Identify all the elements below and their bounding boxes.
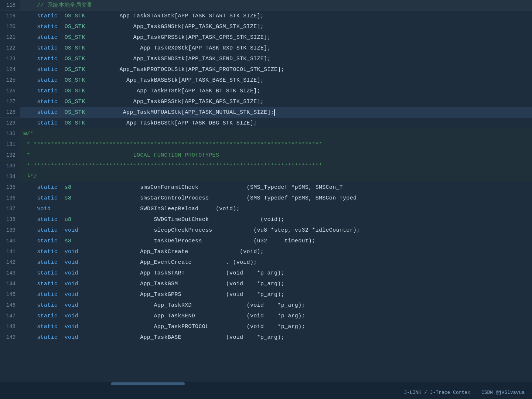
code-line-147: 147 static void App_TaskSEND (void *p_ar… [0, 311, 532, 321]
line-num-138: 138 [0, 214, 20, 225]
line-num-126: 126 [0, 86, 20, 96]
code-line-141: 141 static void App_TaskCreate (void); [0, 246, 532, 257]
code-line-149: 149 static void App_TaskBASE (void *p_ar… [0, 332, 532, 343]
code-line-131: 131 * **********************************… [0, 139, 532, 150]
line-num-149: 149 [0, 332, 20, 342]
line-num-131: 131 [0, 139, 20, 150]
line-num-127: 127 [0, 96, 20, 107]
code-line-146: 146 static void App_TaskRXD (void *p_arg… [0, 300, 532, 311]
line-content-147: static void App_TaskSEND (void *p_arg); [23, 311, 532, 321]
code-line-121: 121 static OS_STK App_TaskGPRSStk[APP_TA… [0, 32, 532, 43]
line-content-136: static s8 smsCarControlProcess (SMS_Type… [23, 193, 532, 204]
code-line-120: 120 static OS_STK App_TaskGSMStk[APP_TAS… [0, 21, 532, 32]
code-line-119: 119 static OS_STK App_TaskSTARTStk[APP_T… [0, 11, 532, 21]
line-content-139: static void sleepCheckProcess (vu8 *step… [23, 225, 532, 236]
line-content-122: static OS_STK App_TaskRXDStk[APP_TASK_RX… [23, 43, 532, 54]
line-content-144: static void App_TaskGSM (void *p_arg); [23, 279, 532, 289]
line-content-124: static OS_STK App_TaskPROTOCOLStk[APP_TA… [23, 65, 532, 75]
line-num-140: 140 [0, 236, 20, 246]
code-line-125: 125 static OS_STK App_TaskBASEStk[APP_TA… [0, 75, 532, 86]
line-content-118: // 系统本地全局变量 [23, 0, 532, 11]
line-num-142: 142 [0, 257, 20, 267]
code-line-148: 148 static void App_TaskPROTOCOL (void *… [0, 321, 532, 332]
line-content-119: static OS_STK App_TaskSTARTStk[APP_TASK_… [23, 11, 532, 21]
line-content-121: static OS_STK App_TaskGPRSStk[APP_TASK_G… [23, 33, 532, 43]
code-line-137: 137 void SWDGInSleepReload (void); [0, 204, 532, 214]
code-line-128: 128 static OS_STK App_TaskMUTUALStk[APP_… [0, 107, 532, 118]
line-num-125: 125 [0, 75, 20, 85]
line-num-118: 118 [0, 0, 20, 10]
code-line-134: 134 └*/ [0, 171, 532, 182]
line-content-135: static s8 smsConForamtCheck (SMS_Typedef… [23, 183, 532, 193]
code-line-124: 124 static OS_STK App_TaskPROTOCOLStk[AP… [0, 64, 532, 75]
line-content-123: static OS_STK App_TaskSENDStk[APP_TASK_S… [23, 54, 532, 64]
code-line-130: 130 ⊟/* [0, 129, 532, 139]
code-line-136: 136 static s8 smsCarControlProcess (SMS_… [0, 193, 532, 204]
line-content-133: * **************************************… [23, 161, 532, 171]
line-content-134: └*/ [23, 172, 532, 182]
line-content-126: static OS_STK App_TaskBTStk[APP_TASK_BT_… [23, 86, 532, 96]
line-content-127: static OS_STK App_TaskGPSStk[APP_TASK_GP… [23, 97, 532, 107]
line-num-148: 148 [0, 321, 20, 332]
code-line-142: 142 static void App_EventCreate . (void)… [0, 257, 532, 268]
line-content-129: static OS_STK App_TaskDBGStk[APP_TASK_DB… [23, 118, 532, 129]
line-num-143: 143 [0, 268, 20, 278]
line-content-146: static void App_TaskRXD (void *p_arg); [23, 300, 532, 311]
line-num-124: 124 [0, 64, 20, 75]
line-num-119: 119 [0, 11, 20, 21]
line-num-146: 146 [0, 300, 20, 310]
line-content-125: static OS_STK App_TaskBASEStk[APP_TASK_B… [23, 75, 532, 86]
line-content-137: void SWDGInSleepReload (void); [23, 204, 532, 214]
status-bar: J-LINK / J-Trace Cortex CSDN @jVSlvavua [0, 386, 532, 399]
code-line-143: 143 static void App_TaskSTART (void *p_a… [0, 268, 532, 279]
line-num-132: 132 [0, 150, 20, 160]
code-line-135: 135 static s8 smsConForamtCheck (SMS_Typ… [0, 182, 532, 193]
line-content-128: static OS_STK App_TaskMUTUALStk[APP_TASK… [23, 108, 532, 118]
code-line-139: 139 static void sleepCheckProcess (vu8 *… [0, 225, 532, 236]
code-line-133: 133 * **********************************… [0, 161, 532, 171]
line-num-133: 133 [0, 161, 20, 171]
line-content-140: static s8 taskDelProcess (u32 timeout); [23, 236, 532, 246]
line-num-139: 139 [0, 225, 20, 235]
line-content-148: static void App_TaskPROTOCOL (void *p_ar… [23, 322, 532, 332]
code-line-127: 127 static OS_STK App_TaskGPSStk[APP_TAS… [0, 96, 532, 107]
line-num-120: 120 [0, 21, 20, 32]
line-content-142: static void App_EventCreate . (void); [23, 258, 532, 268]
scrollbar-thumb[interactable] [111, 382, 185, 385]
line-content-138: static u8 SWDGTimeOutCheck (void); [23, 215, 532, 225]
code-line-138: 138 static u8 SWDGTimeOutCheck (void); [0, 214, 532, 225]
line-content-149: static void App_TaskBASE (void *p_arg); [23, 332, 532, 343]
status-csdn: CSDN @jVSlvavua [481, 390, 525, 395]
code-line-140: 140 static s8 taskDelProcess (u32 timeou… [0, 236, 532, 246]
line-num-123: 123 [0, 54, 20, 64]
line-num-134: 134 [0, 171, 20, 182]
code-line-144: 144 static void App_TaskGSM (void *p_arg… [0, 279, 532, 289]
line-content-141: static void App_TaskCreate (void); [23, 247, 532, 257]
code-line-132: 132 * LOCAL FUNCTION PROTOTYPES [0, 150, 532, 161]
editor-container: 118 // 系统本地全局变量 119 static OS_STK App_Ta… [0, 0, 532, 399]
code-line-122: 122 static OS_STK App_TaskRXDStk[APP_TAS… [0, 43, 532, 54]
code-line-118: 118 // 系统本地全局变量 [0, 0, 532, 11]
line-content-131: * **************************************… [23, 140, 532, 150]
line-num-122: 122 [0, 43, 20, 53]
line-num-137: 137 [0, 204, 20, 214]
line-content-143: static void App_TaskSTART (void *p_arg); [23, 268, 532, 279]
line-num-121: 121 [0, 32, 20, 42]
code-line-145: 145 static void App_TaskGPRS (void *p_ar… [0, 289, 532, 300]
line-num-144: 144 [0, 279, 20, 289]
line-content-132: * LOCAL FUNCTION PROTOTYPES [23, 150, 532, 161]
line-num-130: 130 [0, 129, 20, 139]
line-content-130: ⊟/* [23, 129, 532, 139]
code-line-126: 126 static OS_STK App_TaskBTStk[APP_TASK… [0, 86, 532, 96]
line-content-145: static void App_TaskGPRS (void *p_arg); [23, 290, 532, 300]
line-num-147: 147 [0, 311, 20, 321]
line-content-120: static OS_STK App_TaskGSMStk[APP_TASK_GS… [23, 22, 532, 32]
line-num-128: 128 [0, 107, 20, 117]
horizontal-scrollbar[interactable] [0, 382, 532, 386]
line-num-135: 135 [0, 182, 20, 192]
line-num-136: 136 [0, 193, 20, 203]
status-jlink: J-LINK / J-Trace Cortex [404, 390, 470, 395]
line-num-129: 129 [0, 118, 20, 128]
code-area[interactable]: 118 // 系统本地全局变量 119 static OS_STK App_Ta… [0, 0, 532, 382]
code-line-129: 129 static OS_STK App_TaskDBGStk[APP_TAS… [0, 118, 532, 129]
